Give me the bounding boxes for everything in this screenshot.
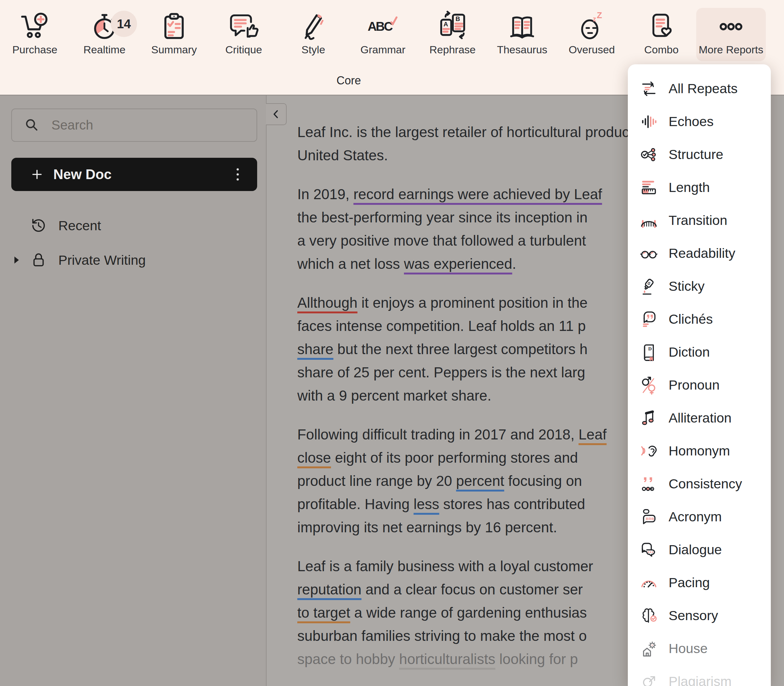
menu-item-length[interactable]: Length: [628, 171, 771, 204]
diction-icon: D: [639, 343, 658, 362]
menu-item-label: Structure: [668, 147, 723, 162]
suggestion-underline-blue[interactable]: share: [297, 341, 333, 357]
paragraph: Leaf Inc. is the largest retailer of hor…: [297, 121, 628, 167]
toolbar-item-combo[interactable]: Combo: [627, 8, 696, 61]
menu-item-homonym[interactable]: Homonym: [628, 434, 771, 467]
menu-item-house[interactable]: House: [628, 632, 771, 665]
suggestion-underline-blue[interactable]: percent: [456, 473, 504, 489]
menu-item-label: All Repeats: [668, 81, 738, 96]
menu-item-label: Plagiarism: [668, 674, 732, 686]
new-doc-button[interactable]: New Doc: [11, 158, 257, 191]
sidebar-item-private-writing[interactable]: Private Writing: [11, 249, 257, 271]
svg-text:A: A: [443, 21, 448, 28]
doc-text: the best-performing year since its incep…: [297, 209, 588, 225]
suggestion-underline-orange[interactable]: Leaf: [579, 426, 607, 443]
menu-item-consistency[interactable]: Consistency: [628, 467, 771, 500]
suggestion-underline-gray[interactable]: horticulturalists: [399, 651, 496, 667]
menu-item-label: Pronoun: [668, 377, 720, 393]
cliches-icon: [639, 310, 658, 329]
caret-right-icon[interactable]: [11, 255, 22, 265]
plagiarism-icon: [639, 672, 658, 686]
menu-item-plagiarism[interactable]: Plagiarism: [628, 665, 771, 686]
lock-icon: [29, 251, 48, 269]
new-doc-label: New Doc: [53, 167, 112, 182]
doc-text: a wide range of gardening enthusias: [350, 604, 587, 621]
toolbar-item-overused[interactable]: zZOverused: [557, 8, 627, 61]
toolbar-item-rephrase[interactable]: ABRephrase: [418, 8, 487, 61]
doc-line: Leaf is a family business with a loyal c…: [297, 555, 628, 578]
search-icon: [23, 116, 41, 134]
menu-item-clich-s[interactable]: Clichés: [628, 303, 771, 336]
menu-item-transition[interactable]: Transition: [628, 204, 771, 237]
menu-item-label: Diction: [668, 345, 710, 360]
alliteration-icon: [639, 408, 658, 428]
doc-line: close eight of its poor performing store…: [297, 446, 628, 469]
search-box[interactable]: [11, 109, 257, 142]
toolbar-group-label: Core: [336, 74, 361, 87]
length-icon: [639, 178, 658, 197]
menu-item-echoes[interactable]: Echoes: [628, 105, 771, 138]
suggestion-underline-blue[interactable]: less: [414, 496, 439, 512]
toolbar-item-style[interactable]: Style: [279, 8, 348, 61]
sleepy-face-icon: zZ: [576, 10, 608, 44]
sidebar-collapse-button[interactable]: [266, 103, 287, 125]
paragraph: In 2019, record earnings were achieved b…: [297, 183, 628, 275]
toolbar-item-label: Overused: [569, 44, 614, 56]
toolbar-item-purchase[interactable]: Purchase: [0, 8, 70, 61]
toolbar-item-more-reports[interactable]: More Reports: [696, 8, 766, 61]
doc-text: a very positive move that followed a tur…: [297, 232, 586, 249]
menu-item-sensory[interactable]: Sensory: [628, 599, 771, 632]
doc-text: share of 25 per cent. Peppers is the nex…: [297, 364, 585, 381]
dialogue-icon: [639, 540, 658, 560]
pronoun-icon: [639, 376, 658, 395]
menu-item-label: Consistency: [668, 476, 742, 492]
kebab-icon: [231, 164, 244, 185]
paragraph: Allthough it enjoys a prominent position…: [297, 291, 628, 407]
menu-item-all-repeats[interactable]: All Repeats: [628, 72, 771, 105]
toolbar-item-realtime[interactable]: 14Realtime: [70, 8, 139, 61]
doc-line: share of 25 per cent. Peppers is the nex…: [297, 361, 628, 384]
menu-item-diction[interactable]: DDiction: [628, 336, 771, 369]
doc-line: share but the next three largest competi…: [297, 338, 628, 361]
menu-item-pronoun[interactable]: Pronoun: [628, 369, 771, 402]
doc-line: profitable. Having less stores has contr…: [297, 492, 628, 516]
history-icon: [29, 216, 48, 235]
sidebar-item-recent[interactable]: Recent: [11, 214, 257, 237]
acronym-icon: BRB: [639, 507, 658, 527]
sidebar-item-label: Private Writing: [58, 253, 146, 268]
menu-item-acronym[interactable]: BRBAcronym: [628, 500, 771, 533]
menu-item-pacing[interactable]: Pacing: [628, 566, 771, 599]
rephrase-docs-icon: AB: [437, 10, 468, 44]
menu-item-label: Alliteration: [668, 410, 732, 426]
menu-item-dialogue[interactable]: Dialogue: [628, 533, 771, 566]
doc-line: Leaf Inc. is the largest retailer of hor…: [297, 121, 628, 144]
suggestion-underline-purple[interactable]: was experienced: [404, 256, 512, 272]
suggestion-underline-orange[interactable]: to target: [297, 604, 350, 621]
doc-text: faces intense competition. Leaf holds an…: [297, 318, 586, 334]
suggestion-underline-orange[interactable]: close: [297, 449, 331, 466]
suggestion-underline-red[interactable]: Allthough: [297, 294, 357, 311]
doc-line: suburban families striving to make the m…: [297, 624, 628, 647]
menu-item-structure[interactable]: Structure: [628, 138, 771, 171]
toolbar-item-summary[interactable]: Summary: [139, 8, 209, 61]
toolbar-item-label: Combo: [644, 44, 679, 56]
menu-item-sticky[interactable]: SSticky: [628, 270, 771, 303]
more-reports-menu: All RepeatsEchoesStructureLengthTransiti…: [628, 64, 771, 686]
toolbar-item-thesaurus[interactable]: Thesaurus: [487, 8, 557, 61]
toolbar-item-grammar[interactable]: ABCGrammar: [348, 8, 418, 61]
clipboard-check-icon: [158, 10, 190, 44]
document-sidebar: New Doc RecentPrivate Writing: [0, 95, 267, 686]
suggestion-underline-blue[interactable]: reputation: [297, 581, 362, 598]
menu-item-readability[interactable]: Readability: [628, 237, 771, 270]
doc-line: space to hobby horticulturalists looking…: [297, 647, 628, 671]
paragraph: Leaf is a family business with a loyal c…: [297, 555, 628, 671]
toolbar-item-critique[interactable]: Critique: [209, 8, 279, 61]
svg-text:D: D: [648, 346, 652, 351]
search-input[interactable]: [51, 118, 240, 133]
doc-text: it enjoys a prominent position in the: [357, 294, 588, 311]
suggestion-underline-purple[interactable]: record earnings were achieved by Leaf: [354, 186, 602, 203]
doc-text: which a net loss: [297, 256, 404, 272]
doc-line: product line range by 20 percent focusin…: [297, 469, 628, 492]
new-doc-menu-button[interactable]: [231, 164, 244, 185]
menu-item-alliteration[interactable]: Alliteration: [628, 402, 771, 434]
